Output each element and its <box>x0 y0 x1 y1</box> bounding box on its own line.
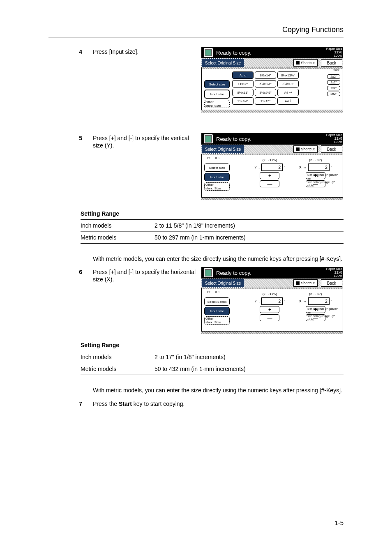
screen-subbar: Select Original Size Shortcut Back <box>201 279 343 288</box>
size-cell[interactable]: 8½x11" <box>232 89 254 96</box>
step-7-number: 7 <box>76 401 82 407</box>
x-axis-label: X <box>299 165 302 169</box>
document-icon <box>204 134 213 143</box>
table-cell: 2 to 11 5/8" (in 1/8" increments) <box>154 222 235 229</box>
size-cell[interactable]: 8½x13½" <box>277 71 299 79</box>
size-cell[interactable]: A4 ⤴ <box>277 97 299 105</box>
size-cell[interactable]: 8½x14" <box>255 71 276 79</box>
screen-header: Ready to copy. Paper Size 11x8 100% <box>201 47 343 58</box>
tab-other-size[interactable]: Other stand.Size <box>204 182 230 191</box>
table-cell: Inch models <box>81 354 154 360</box>
document-icon <box>204 48 213 57</box>
y-value-column: (2 ～11⅝) Y ↕ 2 " + — <box>254 292 285 325</box>
paper-size-block: Paper Size 11x8 100% <box>326 267 342 278</box>
step-4-number: 4 <box>76 48 82 55</box>
subtitle-label: Select Original Size <box>201 279 244 288</box>
tab-other-size[interactable]: Other stand.Size <box>204 316 230 325</box>
size-cell[interactable]: 8½x13" <box>277 80 299 88</box>
back-button[interactable]: Back <box>321 279 342 287</box>
table-cell: Metric models <box>81 234 154 241</box>
size-cell[interactable]: 11x15" <box>255 97 276 105</box>
custom-size-button[interactable]: 2x2" <box>327 86 340 90</box>
screen-header: Ready to copy. Paper Size 11x8 100% <box>201 133 343 145</box>
paper-size-block: Paper Size 11x8 100% <box>326 47 342 58</box>
screen-size-grid: Ready to copy. Paper Size 11x8 100% Sele… <box>201 47 343 113</box>
document-icon <box>204 268 213 277</box>
ready-label: Ready to copy. <box>216 50 251 56</box>
size-grid: Auto 8½x14" 8½x13½" 11x17" 5½x8½" 8½x13"… <box>232 71 321 108</box>
size-auto[interactable]: Auto <box>232 71 254 79</box>
table-cell: 2 to 17" (in 1/8" increments) <box>154 354 226 360</box>
tab-select-size[interactable]: Select size <box>204 80 230 88</box>
arrow-icon <box>296 281 300 285</box>
page-number: 1-5 <box>334 519 344 526</box>
y-axis-label: Y <box>254 299 257 303</box>
table-cell: Inch models <box>81 222 154 229</box>
screen-input-y: Ready to copy. Paper Size 11x8 100% Sele… <box>201 133 343 200</box>
vertical-arrow-icon: ↕ <box>258 165 260 170</box>
table-cell: 50 to 432 mm (in 1-mm increments) <box>154 366 246 372</box>
size-cell[interactable]: 8½x5½" <box>255 89 276 96</box>
page-header-title: Copying Functions <box>282 25 344 34</box>
horizontal-arrow-icon: ↔ <box>303 299 307 304</box>
size-cell[interactable]: 11x8½" <box>232 97 254 105</box>
arrow-icon <box>296 147 300 151</box>
y-value-field[interactable]: 2 <box>261 297 283 305</box>
size-cell[interactable]: A4 ↩ <box>277 89 299 96</box>
back-button[interactable]: Back <box>321 59 342 67</box>
back-button[interactable]: Back <box>321 145 342 153</box>
unit-label: " <box>331 166 332 169</box>
unit-label: " <box>284 166 285 169</box>
plus-button[interactable]: + <box>260 306 279 313</box>
vertical-arrow-icon: ↕ <box>258 299 260 304</box>
plus-button[interactable]: + <box>260 172 279 179</box>
subtitle-label: Select Original Size <box>201 58 244 67</box>
metric-note: With metric models, you can enter the si… <box>93 387 344 394</box>
step-4-text: Press [Input size]. <box>93 48 196 56</box>
x-axis-label: X <box>299 299 302 303</box>
platen-diagram: Y↕X↔ <box>207 156 225 173</box>
custom-size-button[interactable]: 2x2" <box>327 74 340 79</box>
setting-range-table-x: Setting Range Inch models2 to 17" (in 1/… <box>81 342 344 375</box>
orientation-icon: ⤴ <box>290 99 291 103</box>
orientation-icon: ↩ <box>289 91 292 94</box>
x-value-field[interactable]: 2 <box>308 297 330 305</box>
instruction-note: Set original on platen an scanning range… <box>307 173 341 188</box>
table-cell: Metric models <box>81 366 154 372</box>
tab-input-size[interactable]: Input size <box>204 90 230 99</box>
y-value-field[interactable]: 2 <box>261 164 283 171</box>
x-range-label: (2 ～ 17) <box>309 292 322 296</box>
horizontal-arrow-icon: ↔ <box>303 165 307 170</box>
minus-button[interactable]: — <box>260 314 279 321</box>
tab-input-size[interactable]: Input size <box>204 307 230 315</box>
unit-label: " <box>284 299 285 303</box>
table-cell: 50 to 297 mm (in 1-mm increments) <box>154 234 246 241</box>
step-6-number: 6 <box>76 269 82 275</box>
table-title: Setting Range <box>81 342 344 348</box>
screen-input-x: Ready to copy. Paper Size 11x8 100% Sele… <box>201 267 343 334</box>
table-title: Setting Range <box>81 210 344 217</box>
subtitle-label: Select Original Size <box>201 145 244 154</box>
shortcut-button[interactable]: Shortcut <box>293 59 318 67</box>
step-7-text: Press the Start key to start copying. <box>93 401 298 408</box>
screen-subbar: Select Original Size Shortcut Back <box>201 145 343 154</box>
x-range-label: (2 ～ 17) <box>309 158 322 162</box>
minus-button[interactable]: — <box>260 180 279 187</box>
shortcut-button[interactable]: Shortcut <box>293 145 318 153</box>
custom-size-button[interactable]: 2x2" <box>327 92 340 96</box>
tab-input-size[interactable]: Input size <box>204 173 230 181</box>
size-cell[interactable]: 11x17" <box>232 80 254 88</box>
shortcut-button[interactable]: Shortcut <box>293 279 318 287</box>
tab-other-size[interactable]: Other stand.Size <box>204 100 230 108</box>
step-5-text: Press [+] and [-] to specify the vertica… <box>93 135 198 149</box>
header-rule <box>48 37 344 37</box>
screen-subbar: Select Original Size Shortcut Back <box>201 58 343 67</box>
step-5-number: 5 <box>76 135 82 141</box>
platen-diagram: Y↕X↔ <box>207 290 225 306</box>
custom-size-button[interactable]: 2x2" <box>327 80 340 85</box>
size-cell[interactable]: 5½x8½" <box>255 80 276 88</box>
y-range-label: (2 ～11⅝) <box>263 292 277 296</box>
x-value-field[interactable]: 2 <box>308 164 330 171</box>
unit-label: " <box>331 299 332 303</box>
step-6-text: Press [+] and [-] to specify the horizon… <box>93 269 200 283</box>
